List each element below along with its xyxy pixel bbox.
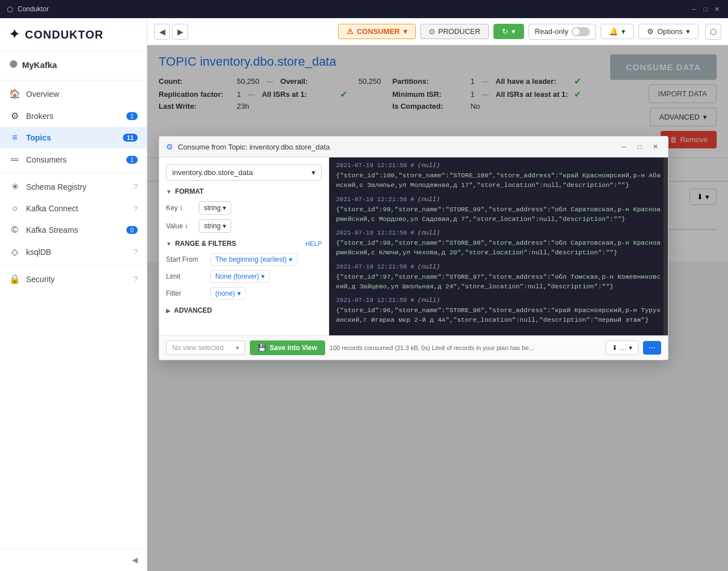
- sidebar-item-schema-registry[interactable]: ✳ Schema Registry ?: [0, 176, 147, 198]
- streams-icon: ©: [9, 225, 20, 235]
- value-format-row: Value ℹ string ▾: [166, 219, 322, 233]
- dialog-close-button[interactable]: ✕: [650, 141, 661, 152]
- nav-divider-1: [0, 80, 147, 80]
- download-log-button[interactable]: ⬇ … ▾: [606, 340, 638, 355]
- sidebar-item-kafka-connect[interactable]: ○ Kafka Connect ?: [0, 198, 147, 219]
- dialog-title: Consume from Topic: inventory.dbo.store_…: [178, 143, 614, 151]
- log-settings-button[interactable]: ⋯: [643, 341, 661, 355]
- producer-label: PRODUCER: [438, 27, 480, 36]
- log-null: (null): [418, 263, 440, 270]
- start-from-row: Start From The beginning (earliest) ▾: [166, 253, 322, 266]
- refresh-button[interactable]: ↻ ▾: [493, 24, 524, 39]
- advanced-section: ▶ ADVANCED: [166, 306, 322, 314]
- sidebar-item-consumers[interactable]: ≔ Consumers 1: [0, 148, 147, 171]
- log-hash-icon: #: [410, 196, 414, 203]
- collapse-icon: ◀: [132, 556, 138, 564]
- consumer-button[interactable]: ⚠ CONSUMER ▾: [338, 24, 416, 39]
- connect-help-icon: ?: [134, 204, 138, 213]
- save-view-button[interactable]: 💾 Save into View: [250, 340, 325, 355]
- log-entry: 2021-07-19 12:21:50 # (null) {"store_id"…: [336, 229, 661, 258]
- dialog-body: inventory.dbo.store_data ▾ ▼ FORMAT Key: [159, 157, 668, 335]
- dl-chevron: ▾: [629, 344, 632, 352]
- log-entry: 2021-07-19 12:21:50 # (null) {"store_id"…: [336, 263, 661, 292]
- status-text: 100 records consumed (21.3 kB, 0s) Limit…: [330, 344, 601, 351]
- topics-icon: ≡: [9, 133, 20, 143]
- maximize-button[interactable]: □: [701, 5, 710, 14]
- value-format-value: string: [204, 222, 220, 230]
- log-header: 2021-07-19 12:21:50 # (null): [336, 162, 661, 169]
- limit-row: Limit None (forever) ▾: [166, 270, 322, 283]
- advanced-section-header[interactable]: ▶ ADVANCED: [166, 306, 322, 314]
- sidebar-item-ksqldb-label: ksqlDB: [26, 248, 51, 257]
- nav-divider-3: [0, 265, 147, 266]
- key-format-chevron: ▾: [223, 204, 226, 212]
- key-label: Key ℹ: [166, 204, 194, 212]
- window-controls[interactable]: ─ □ ✕: [689, 5, 721, 14]
- dialog-left-panel: inventory.dbo.store_data ▾ ▼ FORMAT Key: [159, 157, 329, 335]
- readonly-switch[interactable]: [572, 27, 590, 36]
- advanced-toggle-icon: ▶: [166, 308, 171, 314]
- nav-divider-2: [0, 173, 147, 173]
- filter-selector[interactable]: (none) ▾: [210, 287, 246, 300]
- format-section-header[interactable]: ▼ FORMAT: [166, 188, 322, 195]
- sidebar-item-kafka-streams[interactable]: © Kafka Streams 0: [0, 219, 147, 241]
- app-title: Conduktor: [18, 5, 49, 13]
- value-text: Value: [166, 222, 183, 230]
- sidebar-item-schema-label: Schema Registry: [26, 182, 87, 191]
- dialog-maximize-button[interactable]: □: [634, 141, 645, 152]
- log-timestamp: 2021-07-19 12:21:50: [336, 229, 407, 236]
- range-title[interactable]: ▼ RANGE & FILTERS: [166, 240, 236, 248]
- gear-icon: ⚙: [647, 27, 654, 36]
- consumer-warning-icon: ⚠: [347, 27, 354, 36]
- range-header: ▼ RANGE & FILTERS HELP: [166, 240, 322, 248]
- sidebar-item-security[interactable]: 🔒 Security ?: [0, 268, 147, 290]
- sidebar-item-overview[interactable]: 🏠 Overview: [0, 83, 147, 105]
- sidebar-item-ksqldb[interactable]: ◇ ksqlDB ?: [0, 241, 147, 263]
- cluster-selector[interactable]: ✺ MyKafka: [0, 52, 147, 78]
- log-entry: 2021-07-19 12:21:50 # (null) {"store_id"…: [336, 162, 661, 190]
- sidebar-item-overview-label: Overview: [26, 90, 59, 99]
- bell-dropdown: ▾: [621, 27, 625, 36]
- dialog-minimize-button[interactable]: ─: [618, 141, 629, 152]
- limit-selector[interactable]: None (forever) ▾: [210, 270, 270, 283]
- main-content: ◀ ▶ ⚠ CONSUMER ▾ ⊙ PRODUCER ↻ ▾ Read-onl…: [147, 18, 728, 571]
- log-null: (null): [418, 162, 440, 169]
- ksqldb-help-icon: ?: [134, 248, 138, 256]
- value-format-selector[interactable]: string ▾: [199, 219, 231, 233]
- sidebar-collapse[interactable]: ◀: [0, 548, 147, 571]
- producer-button[interactable]: ⊙ PRODUCER: [420, 24, 489, 39]
- view-selector[interactable]: No view selected ▾: [166, 340, 245, 355]
- log-timestamp: 2021-07-19 12:21:50: [336, 196, 407, 203]
- sidebar-item-topics[interactable]: ≡ Topics 11: [0, 127, 147, 148]
- bell-button[interactable]: 🔔 ▾: [601, 24, 634, 39]
- topic-selector-dropdown[interactable]: inventory.dbo.store_data ▾: [166, 164, 322, 181]
- log-hash-icon: #: [410, 162, 414, 169]
- back-button[interactable]: ◀: [154, 24, 170, 40]
- advanced-section-label: ADVANCED: [174, 306, 212, 314]
- sidebar-item-brokers[interactable]: ⚙ Brokers 1: [0, 105, 147, 127]
- forward-button[interactable]: ▶: [172, 24, 188, 40]
- log-hash-icon: #: [410, 297, 414, 304]
- external-link-button[interactable]: ⬡: [705, 24, 721, 40]
- range-help-link[interactable]: HELP: [305, 240, 322, 247]
- options-button[interactable]: ⚙ Options ▾: [638, 24, 699, 39]
- minimize-button[interactable]: ─: [689, 5, 699, 14]
- dialog-bottom-bar: No view selected ▾ 💾 Save into View 100 …: [159, 335, 668, 360]
- limit-value: None (forever): [215, 272, 259, 280]
- readonly-toggle[interactable]: Read-only: [529, 24, 596, 40]
- topic-selector-chevron: ▾: [312, 168, 316, 177]
- log-entry: 2021-07-19 12:21:50 # (null) {"store_id"…: [336, 196, 661, 224]
- dialog-titlebar: ⚙ Consume from Topic: inventory.dbo.stor…: [159, 137, 668, 157]
- refresh-dropdown-icon: ▾: [512, 27, 516, 36]
- schema-help-icon: ?: [134, 182, 138, 191]
- start-from-selector[interactable]: The beginning (earliest) ▾: [210, 253, 297, 266]
- toggle-knob: [573, 28, 580, 35]
- log-hash-icon: #: [410, 263, 414, 270]
- key-help-icon: ℹ: [180, 204, 182, 212]
- app-icon: ⬡: [7, 5, 13, 14]
- key-format-selector[interactable]: string ▾: [199, 201, 231, 215]
- log-body: {"store_id":98,"store_name":"STORE_98","…: [336, 238, 661, 258]
- log-header: 2021-07-19 12:21:50 # (null): [336, 263, 661, 270]
- close-button[interactable]: ✕: [712, 5, 721, 14]
- scrollbar[interactable]: [663, 157, 668, 335]
